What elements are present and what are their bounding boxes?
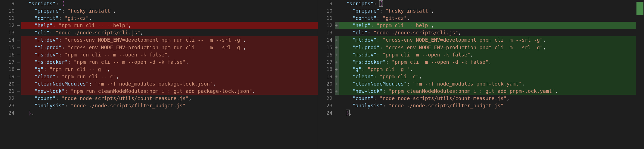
code-line[interactable]: 13 "cli": "node ./node-scripts/cli.js",	[318, 29, 636, 36]
code-line[interactable]: 11 "commit": "git-cz",	[318, 15, 636, 22]
diff-removed-icon: —	[17, 58, 21, 66]
diff-added-icon: +	[335, 51, 339, 58]
line-number: 13	[318, 29, 335, 36]
code-line[interactable]: 18+ "g": "pnpm cli g ",	[318, 66, 636, 73]
line-number: 12	[0, 22, 17, 29]
code-line[interactable]: 20+ "cleanNodeModules": "rm -rf node_mod…	[318, 80, 636, 87]
code-content: "ml:dev": "cross-env NODE_ENV=developmen…	[21, 36, 318, 44]
diff-removed-icon: —	[17, 22, 21, 29]
code-content: "ms:docker": "pnpm cli m --open -d -k fa…	[339, 58, 636, 66]
minimap[interactable]	[636, 0, 644, 149]
code-line[interactable]: 24 },	[318, 109, 636, 117]
diff-added-icon: +	[335, 87, 339, 95]
code-content: },	[339, 109, 636, 117]
diff-pane-modified[interactable]: 9 "scripts": {10 "prepare": "husky insta…	[318, 0, 636, 149]
diff-removed-icon: —	[17, 80, 21, 87]
code-line[interactable]: 18— "g": "npm run cli -- g ",	[0, 66, 318, 73]
line-number: 24	[0, 109, 17, 117]
code-line[interactable]: 16— "ms:dev": "npm run cli -- m --open -…	[0, 51, 318, 58]
code-line[interactable]: 9 "scripts": {	[318, 0, 636, 7]
line-number: 23	[0, 102, 17, 109]
code-line[interactable]: 10 "prepare": "husky install",	[0, 7, 318, 15]
code-content: "scripts": {	[21, 0, 318, 7]
line-number: 20	[0, 80, 17, 87]
code-content: "ms:docker": "npm run cli -- m --open -d…	[21, 58, 318, 66]
line-number: 13	[0, 29, 17, 36]
code-line[interactable]: 24 },	[0, 109, 318, 117]
code-line[interactable]: 16+ "ms:dev": "pnpm cli m --open -k fals…	[318, 51, 636, 58]
diff-added-icon: +	[335, 73, 339, 80]
code-line[interactable]: 19+ "clean": "pnpm cli c",	[318, 73, 636, 80]
diff-removed-icon: —	[17, 36, 21, 44]
code-content: "prepare": "husky install",	[339, 7, 636, 15]
code-content: "cli": "node ./node-scripts/cli.js",	[21, 29, 318, 36]
code-content: "ms:dev": "npm run cli -- m --open -k fa…	[21, 51, 318, 58]
code-line[interactable]: 9 "scripts": {	[0, 0, 318, 7]
code-line[interactable]: 19— "clean": "npm run cli -- c",	[0, 73, 318, 80]
code-content: "analysis": "node ./node-scripts/filter_…	[21, 102, 318, 109]
code-line[interactable]: 14— "ml:dev": "cross-env NODE_ENV=develo…	[0, 36, 318, 44]
line-number: 11	[0, 15, 17, 22]
diff-added-icon: +	[335, 58, 339, 66]
line-number: 14	[0, 36, 17, 44]
line-number: 16	[318, 51, 335, 58]
code-line[interactable]: 23 "analysis": "node ./node-scripts/filt…	[0, 102, 318, 109]
diff-removed-icon: —	[17, 51, 21, 58]
code-content: "ms:dev": "pnpm cli m --open -k false",	[339, 51, 636, 58]
code-line[interactable]: 14+ "ml:dev": "cross-env NODE_ENV=develo…	[318, 36, 636, 44]
code-line[interactable]: 11 "commit": "git-cz",	[0, 15, 318, 22]
code-line[interactable]: 20— "cleanNodeModules": "rm -rf node_mod…	[0, 80, 318, 87]
line-number: 21	[0, 87, 17, 95]
code-content: "help": "npm run cli -- --help",	[21, 22, 318, 29]
line-number: 10	[318, 7, 335, 15]
code-line[interactable]: 22 "count": "node node-scripts/utils/cou…	[0, 95, 318, 102]
diff-editor: 9 "scripts": {10 "prepare": "husky insta…	[0, 0, 644, 149]
code-line[interactable]: 22 "count": "node node-scripts/utils/cou…	[318, 95, 636, 102]
code-content: "help": "pnpm cli --help",	[339, 22, 636, 29]
code-line[interactable]: 23 "analysis": "node ./node-scripts/filt…	[318, 102, 636, 109]
code-content: "g": "pnpm cli g ",	[339, 66, 636, 73]
code-content: "clean": "pnpm cli c",	[339, 73, 636, 80]
diff-added-icon: +	[335, 36, 339, 44]
code-content: "g": "npm run cli -- g ",	[21, 66, 318, 73]
diff-added-icon: +	[335, 44, 339, 51]
code-content: "analysis": "node ./node-scripts/filter_…	[339, 102, 636, 109]
code-content: "ml:dev": "cross-env NODE_ENV=developmen…	[339, 36, 636, 44]
line-number: 17	[0, 58, 17, 66]
code-content: "commit": "git-cz",	[21, 15, 318, 22]
line-number: 12	[318, 22, 335, 29]
line-number: 16	[0, 51, 17, 58]
code-content: "new-lock": "npm run cleanNodeModules;np…	[21, 87, 318, 95]
code-content: "commit": "git-cz",	[339, 15, 636, 22]
diff-removed-icon: —	[17, 44, 21, 51]
code-content: "new-lock": "pnpm cleanNodeModules;pnpm …	[339, 87, 636, 95]
code-line[interactable]: 12+ "help": "pnpm cli --help",	[318, 22, 636, 29]
code-line[interactable]: 21+ "new-lock": "pnpm cleanNodeModules;p…	[318, 87, 636, 95]
line-number: 18	[318, 66, 335, 73]
diff-removed-icon: —	[17, 87, 21, 95]
line-number: 9	[0, 0, 17, 7]
code-content: "ml:prod": "cross-env NODE_ENV=productio…	[21, 44, 318, 51]
minimap-region	[636, 2, 643, 15]
line-number: 11	[318, 15, 335, 22]
line-number: 19	[318, 73, 335, 80]
code-line[interactable]: 17+ "ms:docker": "pnpm cli m --open -d -…	[318, 58, 636, 66]
code-line[interactable]: 21— "new-lock": "npm run cleanNodeModule…	[0, 87, 318, 95]
code-line[interactable]: 13 "cli": "node ./node-scripts/cli.js",	[0, 29, 318, 36]
line-number: 14	[318, 36, 335, 44]
code-content: "cleanNodeModules": "rm -rf node_modules…	[339, 80, 636, 87]
line-number: 22	[0, 95, 17, 102]
code-content: "cli": "node ./node-scripts/cli.js",	[339, 29, 636, 36]
code-line[interactable]: 17— "ms:docker": "npm run cli -- m --ope…	[0, 58, 318, 66]
diff-added-icon: +	[335, 22, 339, 29]
diff-pane-original[interactable]: 9 "scripts": {10 "prepare": "husky insta…	[0, 0, 318, 149]
line-number: 17	[318, 58, 335, 66]
line-number: 22	[318, 95, 335, 102]
code-line[interactable]: 15+ "ml:prod": "cross-env NODE_ENV=produ…	[318, 44, 636, 51]
diff-removed-icon: —	[17, 66, 21, 73]
code-line[interactable]: 12— "help": "npm run cli -- --help",	[0, 22, 318, 29]
code-content: "clean": "npm run cli -- c",	[21, 73, 318, 80]
code-line[interactable]: 10 "prepare": "husky install",	[318, 7, 636, 15]
code-line[interactable]: 15— "ml:prod": "cross-env NODE_ENV=produ…	[0, 44, 318, 51]
line-number: 18	[0, 66, 17, 73]
